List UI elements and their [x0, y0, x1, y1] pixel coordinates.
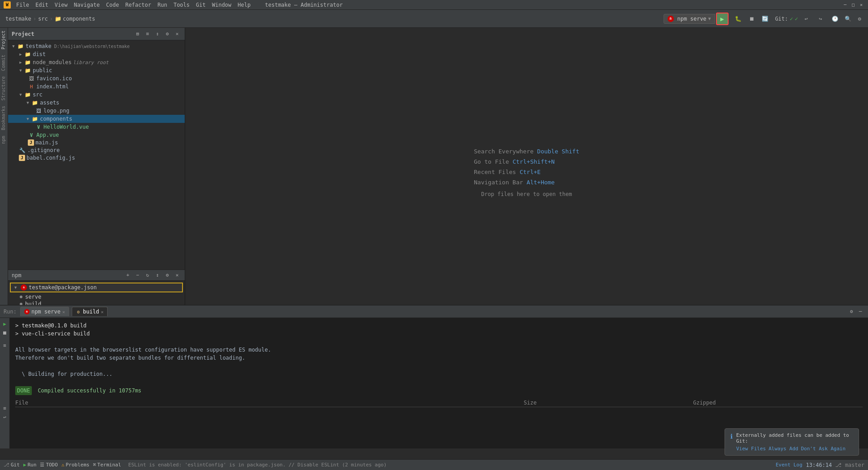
npm-sort-button[interactable]: ↕ — [153, 271, 161, 279]
panel-label-npm[interactable]: npm — [0, 133, 8, 147]
panel-label-project[interactable]: Project — [0, 28, 8, 52]
tree-favicon[interactable]: 🖼 favicon.ico — [8, 74, 185, 83]
toolbar-restart-button[interactable]: 🔄 — [759, 13, 772, 25]
root-arrow: ▼ — [10, 43, 17, 50]
close-button[interactable]: ✕ — [858, 2, 864, 8]
minimize-button[interactable]: ─ — [842, 2, 848, 8]
tree-logo-png[interactable]: 🖼 logo.png — [8, 107, 185, 115]
tree-index-html[interactable]: H index.html — [8, 83, 185, 91]
npm-hide-button[interactable]: ✕ — [173, 271, 181, 279]
panel-label-structure[interactable]: Structure — [0, 74, 8, 103]
tree-assets[interactable]: ▼ 📁 assets — [8, 99, 185, 107]
run-settings-button[interactable]: ⚙ — [847, 308, 855, 316]
run-scroll-icon[interactable]: ≡ — [1, 341, 9, 349]
npm-package-item[interactable]: ▼ n testmake@package.json — [10, 283, 183, 292]
npm-script-dot-serve — [20, 296, 22, 298]
tree-main-js[interactable]: J main.js — [8, 139, 185, 146]
status-problems[interactable]: ⚠ Problems — [61, 462, 90, 468]
menu-git[interactable]: Git — [193, 1, 208, 9]
status-todo[interactable]: ☰ TODO — [40, 462, 58, 468]
toolbar-stop-button[interactable]: ⏹ — [746, 13, 758, 25]
tree-babel[interactable]: J babel.config.js — [8, 154, 185, 161]
project-sort[interactable]: ↕ — [153, 30, 161, 38]
notification-links: View Files Always Add Don't Ask Again — [736, 446, 853, 452]
npm-remove-button[interactable]: − — [134, 271, 142, 279]
menu-navigate[interactable]: Navigate — [71, 1, 103, 9]
shortcut-key-navbar: Alt+Home — [527, 179, 555, 186]
run-left-icons: ▶ ⏹ ≡ ≡ ↩ — [0, 318, 10, 448]
menu-file[interactable]: File — [13, 1, 32, 9]
root-folder-icon: 📁 — [17, 43, 24, 50]
maximize-button[interactable]: □ — [850, 2, 856, 8]
tree-components[interactable]: ▼ 📁 components — [8, 115, 185, 123]
breadcrumb-project[interactable]: testmake — [5, 16, 31, 22]
tree-src[interactable]: ▼ 📁 src — [8, 91, 185, 99]
tree-app-vue[interactable]: V App.vue — [8, 131, 185, 139]
run-hide-button[interactable]: ─ — [856, 308, 864, 316]
project-hide[interactable]: ✕ — [173, 30, 181, 38]
git-history-button[interactable]: 🕐 — [829, 13, 841, 25]
menu-run[interactable]: Run — [155, 1, 170, 9]
status-run[interactable]: ▶ Run — [23, 462, 37, 468]
notification-toast: ℹ Externally added files can be added to… — [725, 428, 859, 456]
run-panel-label: Run: — [4, 309, 17, 315]
menu-view[interactable]: View — [52, 1, 70, 9]
git-push-button[interactable]: ↪ — [814, 13, 827, 25]
tree-public[interactable]: ▼ 📁 public — [8, 66, 185, 74]
run-stop-icon[interactable]: ⏹ — [1, 329, 9, 337]
term-done-msg: Compiled successfully in 10757ms — [38, 387, 141, 394]
project-settings[interactable]: ⚙ — [163, 30, 171, 38]
menu-refactor[interactable]: Refactor — [122, 1, 154, 9]
notification-info-icon: ℹ — [730, 433, 733, 440]
settings-button[interactable]: ⚙ — [855, 14, 864, 24]
tree-helloworld[interactable]: V HelloWorld.vue — [8, 123, 185, 131]
npm-refresh-button[interactable]: ↻ — [143, 271, 152, 279]
menu-tools[interactable]: Tools — [171, 1, 192, 9]
root-label: testmake — [26, 43, 52, 49]
breadcrumb-components[interactable]: 📁 components — [55, 16, 95, 22]
npm-add-button[interactable]: + — [124, 271, 132, 279]
project-collapse-all[interactable]: ≡ — [143, 30, 152, 38]
tree-node-modules[interactable]: ▶ 📁 node_modules library root — [8, 58, 185, 66]
status-bar: ⎇ Git ▶ Run ☰ TODO ⚠ Problems ⌘ Terminal… — [0, 459, 868, 470]
tree-dist[interactable]: ▶ 📁 dist — [8, 50, 185, 58]
helloworld-label: HelloWorld.vue — [43, 124, 89, 130]
run-tab-build[interactable]: ⚙ build ✕ — [72, 307, 108, 316]
run-tab-npm-serve[interactable]: n npm serve ✕ — [20, 307, 69, 316]
panel-label-commit[interactable]: Commit — [0, 52, 8, 74]
run-tab-serve-close[interactable]: ✕ — [62, 309, 65, 314]
tree-root[interactable]: ▼ 📁 testmake D:\haijian\webstorm\testmak… — [8, 42, 185, 50]
git-status-area: Git: ✓ ✓ ↩ ↪ 🕐 — [775, 13, 841, 25]
npm-settings-button[interactable]: ⚙ — [163, 271, 171, 279]
status-git[interactable]: ⎇ Git — [4, 462, 20, 468]
breadcrumb-src[interactable]: src — [38, 16, 48, 22]
run-filter-icon[interactable]: ≡ — [1, 404, 9, 412]
notif-always-add[interactable]: Always Add — [768, 446, 798, 452]
run-play-icon[interactable]: ▶ — [1, 320, 9, 328]
menu-code[interactable]: Code — [104, 1, 122, 9]
notif-view-files[interactable]: View Files — [736, 446, 766, 452]
git-more-button[interactable]: ↩ — [800, 13, 812, 25]
notification-content: Externally added files can be added to G… — [736, 432, 853, 452]
title-bar: W File Edit View Navigate Code Refactor … — [0, 0, 868, 10]
run-play-button[interactable]: ▶ — [716, 13, 729, 25]
status-run-label: Run — [28, 462, 37, 468]
panel-label-bookmarks[interactable]: Bookmarks — [0, 103, 8, 133]
menu-edit[interactable]: Edit — [33, 1, 51, 9]
status-terminal[interactable]: ⌘ Terminal — [93, 462, 121, 468]
npm-script-serve[interactable]: serve — [8, 293, 185, 300]
menu-help[interactable]: Help — [235, 1, 253, 9]
tree-gitignore[interactable]: 🔧 .gitignore — [8, 146, 185, 154]
project-expand-all[interactable]: ⊞ — [134, 30, 142, 38]
run-config-selector[interactable]: n npm serve ▼ — [664, 14, 715, 24]
event-log-link[interactable]: Event Log — [776, 462, 803, 468]
run-tab-build-close[interactable]: ✕ — [101, 309, 104, 314]
menu-window[interactable]: Window — [209, 1, 234, 9]
search-button[interactable]: 🔍 — [843, 14, 853, 24]
git-label: Git: — [775, 16, 788, 22]
git-branch-label[interactable]: ⎇ master — [835, 462, 864, 468]
toolbar-debug-button[interactable]: 🐛 — [732, 13, 745, 25]
notif-dont-ask[interactable]: Don't Ask Again — [801, 446, 845, 452]
run-wrap-icon[interactable]: ↩ — [1, 413, 9, 421]
run-panel-header: Run: n npm serve ✕ ⚙ build ✕ ⚙ ─ — [0, 305, 868, 318]
